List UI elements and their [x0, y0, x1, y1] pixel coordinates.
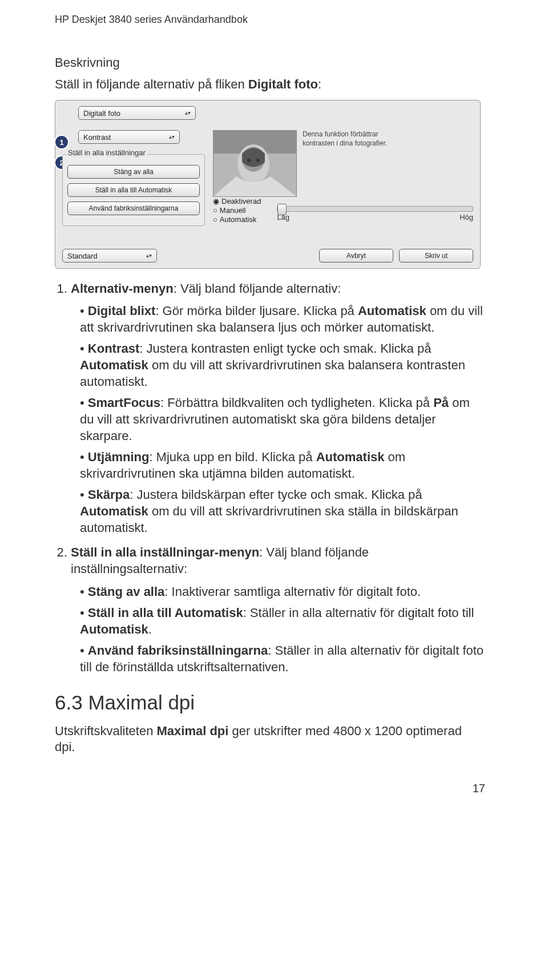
bullet-term: Kontrast [88, 341, 139, 356]
bullet-text: : Justera kontrasten enligt tycke och sm… [139, 341, 431, 356]
bullet-term: SmartFocus [88, 396, 160, 410]
page-number: 17 [55, 782, 485, 795]
bullet-term-2: På [433, 396, 449, 410]
radio-deactivated[interactable]: ◉ Deaktiverad [213, 197, 261, 205]
para-bold: Maximal dpi [157, 724, 229, 738]
bullet-term-2: Automatisk [80, 622, 148, 636]
bullet-text: : Inaktiverar samtliga alternativ för di… [164, 584, 421, 599]
bullet-item: Kontrast: Justera kontrasten enligt tyck… [80, 340, 485, 390]
li1-suffix: : Välj bland följande alternativ: [174, 281, 341, 296]
cancel-button[interactable]: Avbryt [319, 249, 393, 263]
option-combo-label: Kontrast [83, 133, 111, 142]
dpi-paragraph: Utskriftskvaliteten Maximal dpi ger utsk… [55, 723, 485, 756]
bullet-text: : Mjuka upp en bild. Klicka på [149, 450, 316, 464]
bullet-term-2: Automatisk [316, 450, 385, 464]
settings-groupbox: Ställ in alla inställningar Stäng av all… [62, 154, 205, 226]
bullet-term: Skärpa [88, 487, 130, 502]
groupbox-legend: Ställ in alla inställningar [66, 148, 147, 157]
bullet-item: Stäng av alla: Inaktiverar samtliga alte… [80, 583, 485, 600]
dialog-screenshot: 1 2 Digitalt foto ▴▾ Kontrast ▴▾ Ställ i… [55, 100, 481, 269]
preview-photo [213, 130, 297, 197]
radio-manual-label: Manuell [220, 206, 246, 215]
bullet-text: : Förbättra bildkvaliten och tydligheten… [160, 396, 433, 410]
bullet-term: Utjämning [88, 450, 150, 464]
chevron-updown-icon: ▴▾ [169, 134, 175, 140]
list-item: Alternativ-menyn: Välj bland följande al… [71, 280, 485, 536]
tab-combo[interactable]: Digitalt foto ▴▾ [78, 106, 196, 120]
print-button[interactable]: Skriv ut [399, 249, 473, 263]
li1-term: Alternativ-menyn [71, 281, 174, 296]
tab-combo-label: Digitalt foto [83, 109, 120, 118]
document-header: HP Deskjet 3840 series Användarhandbok [55, 14, 485, 26]
bullet-item: SmartFocus: Förbättra bildkvaliten och t… [80, 394, 485, 444]
bullet-text: : Ställer in alla alternativ för digital… [243, 606, 474, 620]
turn-off-all-button[interactable]: Stäng av alla [67, 165, 200, 179]
bullet-item: Utjämning: Mjuka upp en bild. Klicka på … [80, 449, 485, 482]
preset-combo[interactable]: Standard ▴▾ [62, 249, 157, 263]
bullet-item: Ställ in alla till Automatisk: Ställer i… [80, 604, 485, 638]
bullet-text: : Justera bildskärpan efter tycke och sm… [130, 487, 422, 502]
bullet-term: Använd fabriksinställningarna [88, 643, 268, 658]
set-all-auto-button[interactable]: Ställ in alla till Automatisk [67, 183, 200, 197]
section-heading-6-3: 6.3 Maximal dpi [55, 691, 485, 714]
bullet-item: Använd fabriksinställningarna: Ställer i… [80, 642, 485, 675]
slider-track [277, 206, 473, 212]
slider-high-label: Hög [460, 213, 473, 221]
radio-automatic-label: Automatisk [220, 215, 256, 224]
intro-line: Ställ in följande alternativ på fliken D… [55, 77, 485, 92]
callout-badge-1: 1 [54, 135, 69, 150]
radio-selected-icon: ◉ [213, 197, 219, 205]
slider-thumb[interactable] [277, 204, 287, 215]
li2-term: Ställ in alla inställningar-menyn [71, 545, 259, 559]
radio-automatic[interactable]: ○ Automatisk [213, 215, 261, 224]
option-combo[interactable]: Kontrast ▴▾ [78, 130, 180, 144]
chevron-updown-icon: ▴▾ [185, 110, 191, 116]
preset-combo-label: Standard [67, 252, 98, 260]
bullet-term-2: Automatisk [80, 504, 148, 518]
bullet-term: Stäng av alla [88, 584, 165, 599]
bullet-term: Digital blixt [88, 304, 156, 318]
radio-manual[interactable]: ○ Manuell [213, 206, 261, 215]
svg-point-4 [247, 159, 251, 162]
bullet-term: Ställ in alla till Automatisk [88, 606, 243, 620]
svg-point-5 [256, 159, 260, 162]
bullet-text-2: . [148, 622, 152, 636]
instruction-list: Alternativ-menyn: Välj bland följande al… [55, 280, 485, 675]
list-item: Ställ in alla inställningar-menyn: Välj … [71, 544, 485, 675]
section-heading: Beskrivning [55, 55, 485, 70]
radio-unselected-icon: ○ [213, 206, 217, 215]
chevron-updown-icon: ▴▾ [146, 253, 152, 259]
para-pre: Utskriftskvaliteten [55, 724, 157, 738]
bullet-item: Skärpa: Justera bildskärpan efter tycke … [80, 486, 485, 536]
radio-unselected-icon: ○ [213, 215, 217, 224]
bullet-term-2: Automatisk [358, 304, 426, 318]
bullet-term-2: Automatisk [80, 358, 148, 372]
radio-group: ◉ Deaktiverad ○ Manuell ○ Automatisk [213, 197, 261, 224]
intro-pre: Ställ in följande alternativ på fliken [55, 77, 248, 91]
factory-defaults-button[interactable]: Använd fabriksinställningarna [67, 201, 200, 215]
radio-deactivated-label: Deaktiverad [221, 197, 261, 205]
intro-bold: Digitalt foto [248, 77, 318, 91]
slider-labels: Låg Hög [277, 213, 473, 221]
bullet-text: : Gör mörka bilder ljusare. Klicka på [155, 304, 358, 318]
intensity-slider[interactable]: Låg Hög [277, 206, 473, 221]
intro-post: : [318, 77, 321, 91]
bullet-item: Digital blixt: Gör mörka bilder ljusare.… [80, 303, 485, 336]
